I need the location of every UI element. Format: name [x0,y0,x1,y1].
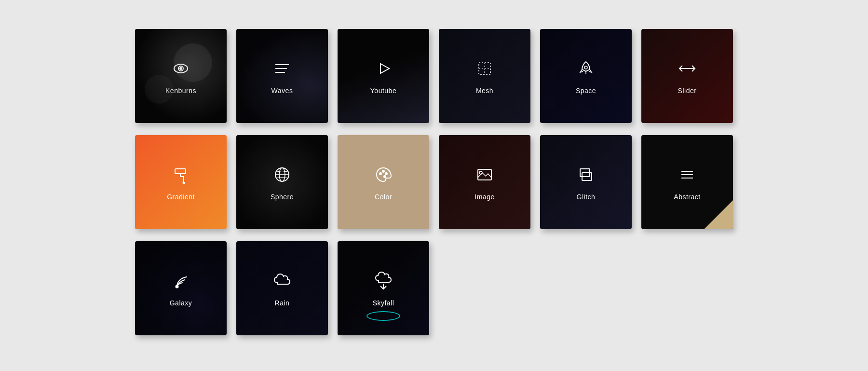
mesh-icon [474,58,495,81]
card-label: Galaxy [170,299,192,307]
card-label: Mesh [476,87,493,95]
globe-icon [271,164,293,187]
svg-point-23 [382,170,384,172]
lines-icon [271,58,293,81]
palette-icon [373,164,394,187]
svg-point-2 [180,68,182,69]
rocket-icon [575,58,597,81]
card-label: Waves [271,87,293,95]
svg-rect-13 [175,169,186,174]
play-icon [373,58,394,81]
arrows-icon [677,58,698,81]
card-youtube[interactable]: Youtube [338,29,429,123]
svg-point-33 [176,285,178,288]
card-galaxy[interactable]: Galaxy [135,241,227,335]
abstract-lines-icon [677,164,698,187]
card-label: Youtube [370,87,396,95]
card-label: Skyfall [373,299,394,307]
card-label: Glitch [577,193,596,201]
card-label: Image [475,193,494,201]
card-kenburns[interactable]: Kenburns [135,29,227,123]
card-color[interactable]: Color [338,135,429,229]
card-label: Abstract [674,193,700,201]
cloud-icon [271,270,293,293]
card-label: Gradient [167,193,195,201]
card-glitch[interactable]: Glitch [540,135,632,229]
svg-point-10 [584,66,587,69]
paint-roller-icon [170,164,191,187]
card-space[interactable]: Space [540,29,632,123]
card-label: Color [375,193,392,201]
card-sphere[interactable]: Sphere [236,135,328,229]
svg-point-25 [384,176,386,178]
card-label: Space [576,87,596,95]
image-icon [474,164,495,187]
card-grid: Kenburns Waves Youtube [130,24,738,343]
svg-point-0 [174,64,188,73]
card-mesh[interactable]: Mesh [439,29,530,123]
eye-icon [170,58,191,81]
card-label: Rain [275,299,290,307]
card-slider[interactable]: Slider [641,29,733,123]
svg-marker-6 [380,64,389,73]
card-label: Kenburns [165,87,196,95]
card-waves[interactable]: Waves [236,29,328,123]
card-label: Slider [678,87,697,95]
cloud-download-icon [373,270,394,293]
svg-point-24 [385,173,387,175]
svg-point-1 [178,66,183,71]
card-rain[interactable]: Rain [236,241,328,335]
card-gradient[interactable]: Gradient [135,135,227,229]
card-abstract[interactable]: Abstract [641,135,733,229]
glitch-icon [575,164,597,187]
skyfall-teal-accent [366,311,400,321]
card-image[interactable]: Image [439,135,530,229]
svg-point-22 [380,173,381,175]
card-skyfall[interactable]: Skyfall [338,241,429,335]
card-label: Sphere [271,193,294,201]
svg-point-18 [183,182,185,183]
wifi-arc-icon [170,270,191,293]
